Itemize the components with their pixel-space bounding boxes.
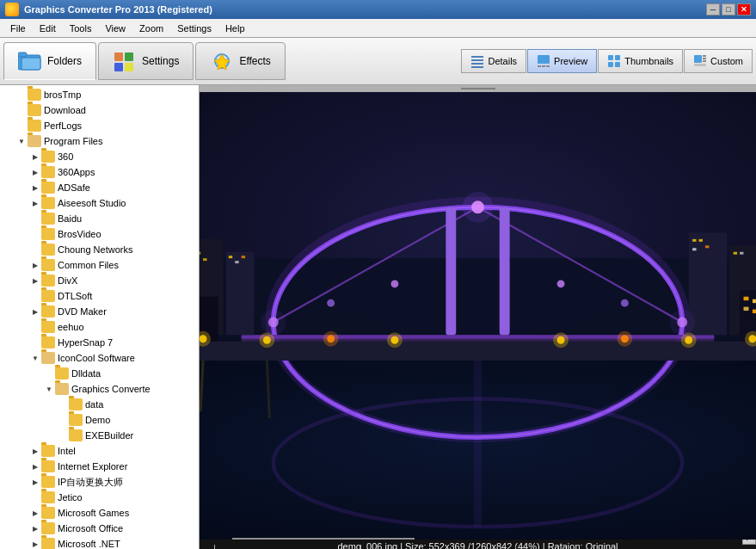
view-custom-button[interactable]: Custom [684,49,753,73]
svg-point-128 [617,331,632,347]
tree-item-divx[interactable]: ▶ DivX [2,273,197,288]
status-selected: 1 File Selected (661 KB) [361,545,516,549]
svg-rect-13 [538,55,550,64]
tree-item-download[interactable]: Download [2,102,197,118]
svg-point-149 [669,310,695,336]
folder-icon [69,398,83,410]
svg-rect-74 [692,248,696,250]
svg-rect-10 [471,59,483,61]
svg-rect-72 [699,239,703,242]
svg-rect-18 [615,55,620,60]
svg-point-126 [553,332,569,348]
tree-item-msdotnet[interactable]: ▶ Microsoft .NET [2,536,197,549]
tree-item-data[interactable]: data [2,397,197,412]
custom-label: Custom [710,56,743,66]
tree-item-dtlsoft[interactable]: DTLSoft [2,288,197,304]
tree-item-exebuilder[interactable]: EXEBuilder [2,428,197,443]
folder-icon [41,305,55,318]
menu-tools[interactable]: Tools [63,22,99,35]
svg-rect-25 [694,64,706,66]
tree-item-ipauto[interactable]: ▶ IP自动更换大师 [2,474,197,490]
tree-item-adsafe[interactable]: ▶ ADSafe [2,180,197,195]
maximize-button[interactable]: □ [722,3,735,15]
tree-item-baidu[interactable]: Baidu [2,211,197,226]
svg-rect-42 [226,252,255,336]
menu-edit[interactable]: Edit [33,22,63,35]
menu-settings[interactable]: Settings [170,22,218,35]
svg-rect-36 [446,207,456,336]
tree-item-programfiles[interactable]: ▼ Program Files [2,133,197,149]
folder-icon [41,213,55,225]
folder-tree[interactable]: brosTmp Download PerfLogs ▼ [0,85,199,549]
tree-item-dlldata[interactable]: Dlldata [2,366,197,381]
thumbnails-icon [607,54,621,68]
tree-item-ie[interactable]: ▶ Internet Explorer [2,459,197,474]
tree-item-jetico[interactable]: Jetico [2,490,197,505]
scroll-thumb[interactable] [232,538,415,540]
folder-icon [41,321,55,333]
tree-item-graphicsconverte[interactable]: ▼ Graphics Converte [2,381,197,397]
folder-icon [28,135,41,147]
effects-icon [210,51,234,71]
settings-label: Settings [142,55,179,67]
minimize-button[interactable]: ─ [706,3,720,15]
folder-icon [41,507,55,519]
tree-item-iconcool[interactable]: ▼ IconCool Software [2,350,197,366]
svg-rect-20 [615,62,620,67]
folders-icon [18,51,42,71]
menu-view[interactable]: View [98,22,132,35]
tree-item-perflogs[interactable]: PerfLogs [2,118,197,133]
svg-rect-4 [125,52,133,61]
svg-rect-11 [471,63,483,65]
tree-item-dvdmaker[interactable]: ▶ DVD Maker [2,304,197,319]
folder-icon [55,367,69,379]
folder-icon [69,414,83,426]
tree-item-360[interactable]: ▶ 360 [2,149,197,164]
folder-icon [41,166,55,178]
folder-icon [41,460,55,472]
tree-item-msgames[interactable]: ▶ Microsoft Games [2,505,197,521]
menu-help[interactable]: Help [218,22,252,35]
tree-item-demo[interactable]: Demo [2,412,197,428]
close-button[interactable]: ✕ [737,3,751,15]
tree-item-aiseesoft[interactable]: ▶ Aiseesoft Studio [2,195,197,211]
tree-item-intel[interactable]: ▶ Intel [2,443,197,459]
tree-item-eehuo[interactable]: eehuo [2,319,197,335]
view-details-button[interactable]: Details [461,49,526,73]
folder-icon [41,244,55,256]
tab-folders[interactable]: Folders [3,42,96,80]
svg-rect-102 [744,297,749,300]
svg-rect-75 [734,252,737,255]
image-preview-area[interactable] [200,92,756,540]
svg-rect-17 [608,55,613,60]
svg-rect-34 [242,335,715,338]
folder-panel: brosTmp Download PerfLogs ▼ [0,85,200,549]
svg-rect-3 [114,52,123,61]
tab-settings[interactable]: Settings [98,42,194,80]
preview-panel: demo_006.jpg | Size: 552x369 /1260x842 (… [200,85,756,549]
splitter-handle[interactable] [200,85,756,92]
svg-rect-21 [694,55,702,63]
tree-item-brosvideo[interactable]: BrosVideo [2,226,197,242]
svg-rect-70 [242,256,245,258]
svg-rect-19 [608,62,613,67]
tree-item-hypersnap[interactable]: HyperSnap 7 [2,335,197,350]
svg-rect-5 [114,63,123,71]
menu-file[interactable]: File [3,22,33,35]
svg-point-124 [387,332,403,348]
tab-effects[interactable]: Effects [195,42,285,80]
svg-rect-76 [740,252,743,255]
tree-item-choung[interactable]: Choung Networks [2,242,197,257]
tree-item-msoffice[interactable]: ▶ Microsoft Office [2,521,197,536]
tree-item-360apps[interactable]: ▶ 360Apps [2,164,197,180]
tree-item-commonfiles[interactable]: ▶ Common Files [2,257,197,273]
toolbar: Folders Settings Effects Details [0,38,756,85]
details-label: Details [488,56,517,66]
menu-zoom[interactable]: Zoom [132,22,170,35]
tree-item-brostmp[interactable]: brosTmp [2,87,197,102]
view-thumbnails-button[interactable]: Thumbnails [598,49,683,73]
folder-icon [41,151,55,163]
svg-rect-37 [500,207,510,336]
view-preview-button[interactable]: Preview [527,49,597,73]
svg-rect-68 [229,256,232,258]
